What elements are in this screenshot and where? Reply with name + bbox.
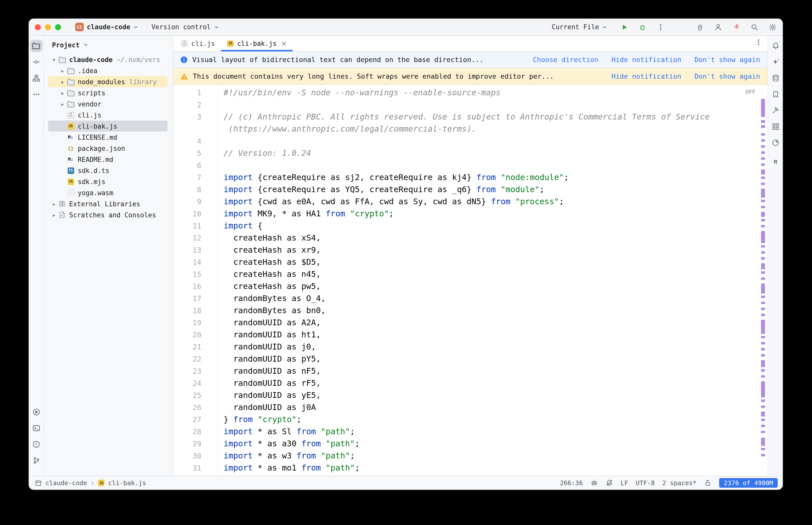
database-toolwindow-button[interactable] — [769, 72, 781, 84]
run-configuration-widget[interactable]: Current File — [551, 23, 607, 31]
line-separator-widget[interactable]: LF — [620, 479, 628, 487]
tree-item-claude-code[interactable]: ▾claude-code~/.nvm/vers — [44, 54, 173, 65]
close-button[interactable] — [35, 24, 41, 30]
vcs-change-marker — [761, 454, 765, 456]
json-icon: {} — [67, 145, 75, 152]
banner-link-don-t-show-again[interactable]: Don't show again — [694, 72, 760, 80]
terminal-toolwindow-button[interactable] — [30, 422, 42, 434]
tree-item-idea[interactable]: ▸.idea — [44, 65, 173, 76]
vcs-change-marker — [761, 314, 765, 316]
tree-item-package-json[interactable]: {}package.json — [44, 143, 173, 154]
code-editor[interactable]: 1#!/usr/bin/env -S node --no-warnings --… — [173, 85, 768, 476]
ai-mention-button[interactable]: @ — [695, 22, 705, 32]
profile-button[interactable] — [713, 22, 723, 32]
dependencies-toolwindow-button[interactable] — [769, 121, 781, 133]
banner-link-choose-direction[interactable]: Choose direction — [533, 56, 598, 63]
code-line: 19 randomUUID as A2A, — [173, 317, 768, 329]
problems-toolwindow-button[interactable] — [30, 438, 42, 450]
run-button[interactable] — [619, 22, 629, 32]
search-button[interactable] — [750, 22, 759, 32]
vcs-change-marker — [761, 225, 765, 227]
tree-item-sdk-d-ts[interactable]: TSsdk.d.ts — [44, 165, 173, 176]
code-text: createHash as n45, — [224, 268, 321, 281]
folder-icon — [67, 67, 75, 74]
updates-button[interactable] — [731, 22, 741, 32]
code-line: 22 randomUUID as pY5, — [173, 353, 768, 365]
settings-button[interactable] — [768, 22, 778, 32]
notifications-muted-icon[interactable] — [605, 479, 613, 487]
code-text: } from "crypto"; — [224, 414, 301, 426]
chevron-down-icon — [602, 25, 607, 30]
commit-toolwindow-button[interactable] — [30, 56, 42, 68]
structure-toolwindow-button[interactable] — [30, 72, 42, 84]
tree-item-label: LICENSE.md — [78, 133, 117, 141]
desktop: CC claude-code Version control Current F… — [0, 0, 812, 525]
unlock-icon[interactable] — [704, 479, 712, 487]
vcs-change-marker — [761, 320, 765, 334]
code-line: 15 createHash as n45, — [173, 268, 768, 281]
vcs-change-marker — [761, 425, 765, 427]
indent-widget[interactable]: 2 spaces* — [662, 479, 696, 487]
encoding-widget[interactable]: UTF-8 — [636, 479, 655, 487]
caret-position-widget[interactable]: 266:36 — [560, 479, 582, 487]
code-text: createHash as $D5, — [224, 256, 321, 268]
scrollbar-change-markers[interactable] — [760, 85, 767, 476]
tab-close-icon[interactable] — [281, 41, 287, 46]
vcs-change-marker — [761, 145, 765, 148]
project-panel-title: Project — [52, 41, 80, 49]
tree-item-cli-js[interactable]: 10OJScli.js — [44, 109, 173, 121]
gradle-toolwindow-button[interactable] — [769, 137, 781, 149]
highlighting-level-label[interactable]: OFF — [745, 89, 755, 95]
vcs-change-marker — [761, 139, 765, 142]
tree-item-yoga-wasm[interactable]: yoga.wasm — [44, 187, 173, 198]
bookmarks-toolwindow-button[interactable] — [769, 88, 781, 100]
ai-assistant-toolwindow-button[interactable] — [769, 56, 781, 68]
maven-icon: M — [774, 159, 777, 165]
more-h-toolwindow-button[interactable] — [30, 88, 42, 100]
line-number: 11 — [173, 220, 208, 232]
more-actions-button[interactable] — [655, 22, 666, 32]
banner-link-don-t-show-again[interactable]: Don't show again — [694, 56, 760, 63]
banner-link-hide-notification[interactable]: Hide notification — [612, 72, 681, 80]
breadcrumb-file[interactable]: cli-bak.js — [108, 479, 146, 487]
tree-chevron-icon: ▸ — [59, 68, 67, 73]
debug-button[interactable] — [637, 22, 648, 32]
folder-icon — [67, 90, 75, 96]
code-text: import {createRequire as YQ5, createRequ… — [224, 183, 545, 196]
tree-item-license-md[interactable]: M↓LICENSE.md — [44, 132, 173, 143]
notifications-toolwindow-button[interactable] — [769, 40, 781, 52]
maven-toolwindow-button[interactable]: M — [769, 156, 781, 168]
vcs-change-marker — [761, 308, 765, 310]
minimize-button[interactable] — [45, 24, 51, 30]
inspections-widget-icon[interactable] — [590, 479, 598, 487]
services-toolwindow-button[interactable] — [30, 406, 42, 418]
zoom-button[interactable] — [55, 24, 61, 30]
tree-chevron-icon: ▸ — [59, 101, 67, 107]
project-panel-header[interactable]: Project — [44, 36, 173, 54]
project-toolwindow-button[interactable] — [30, 40, 42, 52]
tree-item-node-modules[interactable]: ▸node_moduleslibrary — [44, 76, 173, 87]
build-toolwindow-button[interactable] — [769, 104, 781, 117]
vcs-change-marker — [761, 99, 765, 117]
tab-list-button[interactable] — [754, 38, 763, 48]
tab-cli-js[interactable]: 10OJScli.js — [175, 36, 221, 51]
tree-item-scratches-and-consoles[interactable]: ▸Scratches and Consoles — [44, 209, 173, 220]
memory-indicator[interactable]: 2376 of 4900M — [719, 478, 778, 488]
vcs-change-marker — [761, 231, 765, 243]
tree-item-sdk-mjs[interactable]: JSsdk.mjs — [44, 176, 173, 187]
tree-item-external-libraries[interactable]: ▸External Libraries — [44, 198, 173, 209]
vcs-change-marker — [761, 302, 765, 304]
project-widget[interactable]: CC claude-code — [75, 23, 138, 31]
tree-item-vendor[interactable]: ▸vendor — [44, 98, 173, 109]
tree-item-label: sdk.d.ts — [78, 167, 109, 174]
version-control-toolwindow-button[interactable] — [30, 454, 42, 466]
tree-item-readme-md[interactable]: M↓README.md — [44, 154, 173, 165]
vcs-widget[interactable]: Version control — [151, 23, 219, 31]
tab-cli-bak-js[interactable]: JScli-bak.js — [221, 36, 293, 51]
breadcrumb-project[interactable]: claude-code — [45, 479, 87, 487]
tree-item-scripts[interactable]: ▸scripts — [44, 87, 173, 98]
services-icon — [32, 408, 40, 416]
tree-item-cli-bak-js[interactable]: JScli-bak.js — [44, 121, 173, 132]
tree-item-label: README.md — [78, 155, 113, 163]
banner-link-hide-notification[interactable]: Hide notification — [612, 56, 681, 63]
